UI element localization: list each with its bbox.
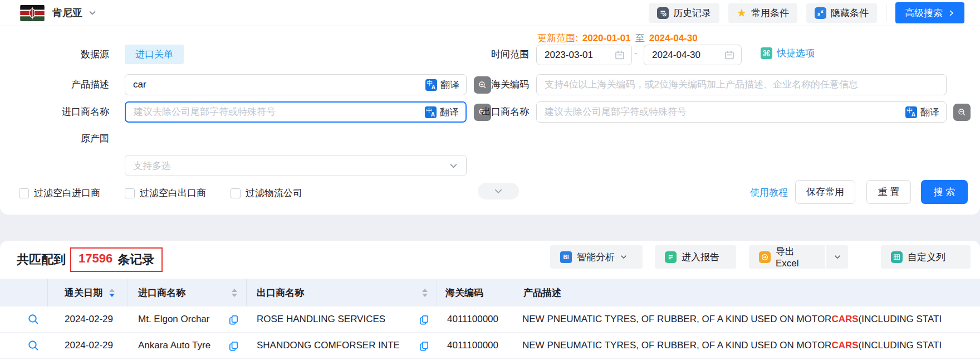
star-icon: ★ [737, 7, 747, 18]
search-filter-panel: 更新范围: 2020-01-01 至 2024-04-30 数据源 进口关单 时… [0, 26, 980, 215]
save-favorites-button[interactable]: 保存常用 [795, 180, 855, 204]
translate-button[interactable]: 中A 翻译 [905, 106, 939, 119]
hide-filters-button[interactable]: 隐藏条件 [806, 3, 877, 23]
quick-options-label: 快捷选项 [777, 47, 815, 60]
export-excel-label: 导出Excel [776, 245, 810, 269]
column-title: 出口商名称 [257, 286, 304, 299]
clearance-date: 2024-02-29 [65, 314, 128, 325]
top-bar: 肯尼亚 历史记录 ★ 常用条件 隐藏条件 高级搜索 [0, 0, 980, 26]
chevron-down-icon [449, 161, 458, 171]
kenya-flag-icon [20, 5, 45, 21]
filter-label: 过滤物流公司 [246, 187, 302, 200]
update-range-end: 2024-04-30 [649, 33, 698, 44]
export-excel-split-button: 导出Excel [749, 245, 848, 269]
filter-blank-importer-checkbox[interactable]: 过滤空白进口商 [19, 187, 100, 200]
chevron-down-icon [834, 253, 841, 261]
hscode-cell: 4011100000 [437, 333, 512, 358]
date-separator: - [634, 48, 637, 58]
report-icon [665, 251, 677, 263]
match-count: 17596 [79, 251, 112, 268]
quick-options-button[interactable]: ⌘ 快捷选项 [761, 47, 815, 60]
exporter-field: 中A 翻译 [536, 101, 947, 123]
description-cell: NEW PNEUMATIC TYRES, OF RUBBER, OF A KIN… [512, 333, 980, 358]
enter-report-button[interactable]: 进入报告 [655, 245, 736, 269]
row-detail-cell [19, 333, 48, 358]
row-detail-cell [19, 307, 48, 332]
hscode-cell: 4011100000 [437, 307, 512, 332]
date-start-value[interactable] [545, 50, 615, 61]
product-desc-field: 中A 翻译 [125, 74, 467, 95]
copy-icon[interactable] [228, 340, 239, 351]
synonym-search-icon[interactable] [953, 104, 971, 121]
header-cell-importer[interactable]: 进口商名称 [128, 279, 247, 307]
view-detail-icon[interactable] [27, 339, 40, 352]
sort-icons[interactable] [232, 289, 237, 297]
date-end-value[interactable] [652, 50, 724, 61]
filter-blank-exporter-checkbox[interactable]: 过滤空白出口商 [125, 187, 206, 200]
view-detail-icon[interactable] [27, 313, 40, 325]
exporter-input[interactable] [545, 106, 905, 118]
export-excel-button[interactable]: 导出Excel [749, 245, 820, 269]
filter-label: 过滤空白出口商 [140, 187, 206, 200]
time-range-label: 时间范围 [434, 48, 529, 61]
smart-analysis-button[interactable]: BI 智能分析 [550, 245, 643, 269]
filter-logistics-checkbox[interactable]: 过滤物流公司 [231, 187, 302, 200]
header-cell-hscode: 海关编码 [437, 279, 512, 307]
favorites-label: 常用条件 [751, 7, 789, 20]
command-icon: ⌘ [761, 47, 772, 59]
column-title: 通关日期 [65, 286, 102, 299]
search-button[interactable]: 搜 索 [921, 180, 968, 204]
country-name[interactable]: 肯尼亚 [52, 6, 82, 20]
collapse-icon [815, 7, 826, 19]
export-options-button[interactable] [825, 245, 848, 269]
calendar-icon [615, 50, 625, 60]
columns-icon [891, 251, 903, 263]
origin-country-select[interactable]: 支持多选 [125, 155, 467, 176]
exporter-name[interactable]: ROSE HANDLING SERVICES [257, 314, 415, 325]
divider [886, 4, 886, 21]
filter-label: 过滤空白进口商 [34, 187, 100, 200]
copy-icon[interactable] [419, 340, 429, 351]
sort-icons[interactable] [422, 289, 428, 297]
date-start-input[interactable] [536, 45, 632, 65]
sort-icons[interactable] [109, 289, 115, 297]
translate-label: 翻译 [920, 106, 939, 119]
date-end-input[interactable] [644, 45, 742, 65]
column-title: 进口商名称 [138, 286, 185, 299]
country-chevron-down-icon[interactable] [88, 8, 97, 17]
copy-icon[interactable] [228, 314, 239, 325]
header-cell-exporter[interactable]: 出口商名称 [247, 279, 437, 307]
header-cell-date[interactable]: 通关日期 [48, 279, 128, 307]
column-title: 海关编码 [445, 286, 483, 299]
history-label: 历史记录 [673, 7, 711, 20]
table-header: 通关日期 进口商名称 出口商名称 海关编码 产品描述 [0, 279, 980, 307]
update-range-info: 更新范围: 2020-01-01 至 2024-04-30 [537, 32, 698, 45]
favorites-button[interactable]: ★ 常用条件 [728, 3, 797, 23]
importer-input[interactable] [134, 106, 425, 118]
exporter-label: 出口商名称 [434, 105, 529, 119]
filter-checkbox-row: 过滤空白进口商 过滤空白出口商 过滤物流公司 [19, 187, 302, 200]
checkbox-icon [125, 188, 135, 198]
reset-button[interactable]: 重 置 [866, 180, 911, 204]
hs-code-input[interactable] [545, 79, 939, 90]
description-text: (INCLUDING STATI [859, 314, 942, 325]
table-row: 2024-02-29 Mt. Elgon Orchar ROSE HANDLIN… [0, 307, 980, 333]
copy-icon[interactable] [419, 314, 429, 325]
header-actions: 历史记录 ★ 常用条件 隐藏条件 高级搜索 [649, 2, 964, 23]
match-unit: 条记录 [117, 251, 154, 268]
history-button[interactable]: 历史记录 [649, 3, 719, 23]
expand-collapse-button[interactable] [478, 183, 519, 200]
importer-name[interactable]: Mt. Elgon Orchar [138, 314, 225, 325]
hide-filters-label: 隐藏条件 [831, 7, 869, 20]
importer-name[interactable]: Ankara Auto Tyre [138, 340, 225, 351]
product-desc-input[interactable] [133, 79, 425, 90]
custom-columns-button[interactable]: 自定义列 [881, 245, 971, 269]
description-highlight: CARS [831, 314, 858, 325]
match-count-line: 共匹配到 17596 条记录 [17, 247, 163, 272]
exporter-name[interactable]: SHANDONG COMFORSER INTE [257, 340, 415, 351]
data-source-tab-import[interactable]: 进口关单 [125, 45, 184, 64]
description-text: NEW PNEUMATIC TYRES, OF RUBBER, OF A KIN… [522, 314, 831, 325]
exporter-cell: SHANDONG COMFORSER INTE [247, 333, 437, 358]
advanced-search-button[interactable]: 高级搜索 [895, 2, 964, 23]
tutorial-link[interactable]: 使用教程 [750, 186, 788, 199]
